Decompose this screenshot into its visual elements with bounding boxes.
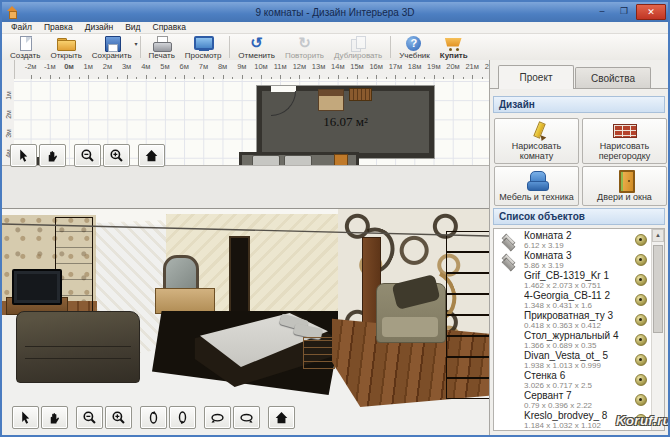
3d-tv: [12, 269, 62, 305]
draw-room-button[interactable]: Нарисовать комнату: [494, 118, 579, 164]
objects-section-header: Список объектов: [493, 208, 665, 225]
sofa-symbol-2d[interactable]: [284, 155, 312, 165]
menu-bar: ФайлПравкаДизайнВидСправка: [2, 22, 668, 34]
object-list-item[interactable]: Grif_CB-1319_Kr 11.462 x 2.073 x 0.751: [494, 269, 664, 289]
home-icon: [144, 148, 159, 163]
zoom-in-tool-button[interactable]: [103, 144, 130, 167]
zoom-out-icon: [82, 410, 97, 425]
save-dropdown-arrow-icon[interactable]: ▾: [135, 40, 138, 47]
visibility-eye-icon[interactable]: [635, 354, 647, 366]
print-button-label: Печать: [149, 52, 175, 60]
tutorial-button[interactable]: Учебник: [394, 34, 435, 60]
3d-shelving-unit: [446, 231, 489, 399]
save-button[interactable]: Сохранить▾: [87, 34, 137, 60]
visibility-eye-icon[interactable]: [635, 374, 647, 386]
sofa-symbol-2d[interactable]: [252, 155, 280, 165]
room-stack-icon: [500, 233, 518, 246]
zoom-out-tool-button[interactable]: [74, 144, 101, 167]
object-list-item[interactable]: Комната 35.86 x 3.19: [494, 249, 664, 269]
visibility-eye-icon[interactable]: [635, 234, 647, 246]
zoom-in-tool-button[interactable]: [105, 406, 132, 429]
visibility-eye-icon[interactable]: [635, 274, 647, 286]
scroll-thumb[interactable]: [653, 245, 663, 333]
object-name: Divan_Vesta_ot_ 5: [524, 351, 636, 361]
draw-room-icon: [525, 121, 549, 140]
object-list-item[interactable]: 4-Georgia_CB-11 21.348 x 0.431 x 1.6: [494, 289, 664, 309]
view-3d-viewport[interactable]: [2, 208, 489, 436]
select-tool-button[interactable]: [10, 144, 37, 167]
object-list-item[interactable]: Дверь 2: [494, 429, 664, 431]
title-bar: 9 комнаты - Дизайн Интерьера 3D – ❐ ✕: [2, 2, 668, 22]
select-tool-button[interactable]: [12, 406, 39, 429]
home-tool-button[interactable]: [138, 144, 165, 167]
tab-properties[interactable]: Свойства: [575, 67, 651, 88]
visibility-eye-icon[interactable]: [635, 394, 647, 406]
home-tool-button[interactable]: [268, 406, 295, 429]
doors-windows-button-label: Двери и окна: [597, 192, 652, 202]
buy-button[interactable]: Купить: [435, 34, 473, 60]
bed-symbol-2d[interactable]: [318, 89, 344, 111]
3d-sofa: [16, 311, 140, 383]
shopping-cart-icon: [443, 36, 465, 51]
scroll-up-arrow[interactable]: ▲: [652, 229, 664, 242]
object-list-item[interactable]: Комната 26.12 x 3.19: [494, 229, 664, 249]
rotate-down-icon: [175, 410, 190, 425]
visibility-eye-icon[interactable]: [635, 314, 647, 326]
dresser-symbol-2d[interactable]: [349, 88, 372, 101]
orbit-right-icon: [239, 410, 254, 425]
pan-tool-button[interactable]: [41, 406, 68, 429]
duplicate-pages-icon: [347, 36, 369, 51]
object-list-item[interactable]: Прикроватная_ту 30.418 x 0.363 x 0.412: [494, 309, 664, 329]
open-button[interactable]: Открыть: [45, 34, 86, 60]
restore-button[interactable]: ❐: [614, 4, 634, 18]
create-button[interactable]: Создать: [5, 34, 45, 60]
undo-button[interactable]: ↺Отменить: [233, 34, 280, 60]
duplicate-button: Дублировать: [329, 34, 387, 60]
object-list-item[interactable]: Стол_журнальный 41.366 x 0.689 x 0.35: [494, 329, 664, 349]
object-list-item[interactable]: Сервант 70.79 x 0.396 x 2.22: [494, 389, 664, 409]
3d-bedside-cabinet: [303, 337, 335, 369]
object-name: Grif_CB-1319_Kr 1: [524, 271, 636, 281]
print-button[interactable]: Печать: [144, 34, 180, 60]
app-window: 9 комнаты - Дизайн Интерьера 3D – ❐ ✕ Фа…: [0, 0, 670, 437]
pan-tool-button[interactable]: [39, 144, 66, 167]
draw-partition-button[interactable]: Нарисовать перегородку: [582, 118, 667, 164]
duplicate-button-label: Дублировать: [334, 52, 382, 60]
design-section-header: Дизайн: [493, 96, 665, 113]
object-list[interactable]: Комната 26.12 x 3.19Комната 35.86 x 3.19…: [493, 228, 665, 431]
menu-item-0[interactable]: Файл: [5, 22, 38, 33]
toolbar-separator: [140, 36, 141, 58]
rotate-down-tool-button[interactable]: [169, 406, 196, 429]
cabinet-symbol-2d[interactable]: [334, 154, 348, 165]
tab-project[interactable]: Проект: [498, 65, 574, 89]
menu-item-3[interactable]: Вид: [119, 22, 146, 33]
orbit-left-icon: [210, 410, 225, 425]
select-icon: [18, 410, 33, 425]
menu-item-4[interactable]: Справка: [147, 22, 192, 33]
object-list-item[interactable]: Стенка 63.026 x 0.717 x 2.5: [494, 369, 664, 389]
visibility-eye-icon[interactable]: [635, 254, 647, 266]
view-splitter[interactable]: [2, 165, 489, 209]
menu-item-2[interactable]: Дизайн: [79, 22, 120, 33]
menu-item-1[interactable]: Правка: [38, 22, 79, 33]
orbit-right-tool-button[interactable]: [233, 406, 260, 429]
minimize-button[interactable]: –: [592, 4, 612, 18]
furniture-button[interactable]: Мебель и техника: [494, 166, 579, 206]
object-list-item[interactable]: Divan_Vesta_ot_ 51.938 x 1.013 x 0.999: [494, 349, 664, 369]
preview-button[interactable]: Просмотр: [180, 34, 227, 60]
visibility-eye-icon[interactable]: [635, 294, 647, 306]
pan-icon: [45, 148, 60, 163]
orbit-left-tool-button[interactable]: [204, 406, 231, 429]
list-scrollbar[interactable]: ▲: [651, 229, 664, 430]
rotate-up-icon: [146, 410, 161, 425]
zoom-out-tool-button[interactable]: [76, 406, 103, 429]
zoom-out-icon: [80, 148, 95, 163]
right-panel: Проект Свойства Дизайн Нарисовать комнат…: [489, 60, 669, 435]
object-name: Прикроватная_ту 3: [524, 311, 636, 321]
printer-icon: [151, 36, 173, 51]
close-button[interactable]: ✕: [636, 4, 666, 20]
object-name: 4-Georgia_CB-11 2: [524, 291, 636, 301]
visibility-eye-icon[interactable]: [635, 334, 647, 346]
rotate-up-tool-button[interactable]: [140, 406, 167, 429]
doors-windows-button[interactable]: Двери и окна: [582, 166, 667, 206]
